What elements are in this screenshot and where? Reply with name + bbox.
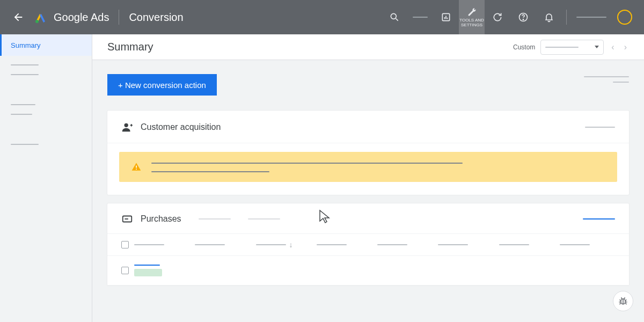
refresh-icon xyxy=(492,12,503,23)
svg-rect-11 xyxy=(136,169,137,170)
tools-settings-button[interactable]: TOOLS AND SETTINGS xyxy=(459,0,485,34)
refresh-button[interactable] xyxy=(485,0,510,34)
table-header-cell[interactable] xyxy=(195,244,250,245)
account-avatar[interactable] xyxy=(617,10,632,25)
chevron-down-icon xyxy=(595,46,599,48)
header-icons: TOOLS AND SETTINGS xyxy=(382,0,638,34)
warning-icon xyxy=(131,162,142,172)
sidebar-item-summary[interactable]: Summary xyxy=(0,34,92,56)
customer-acquisition-card: Customer acquisition xyxy=(107,111,629,195)
new-conversion-action-button[interactable]: + New conversion action xyxy=(107,74,217,96)
credit-card-icon xyxy=(121,213,133,225)
sidebar-placeholder[interactable] xyxy=(11,144,39,145)
svg-line-2 xyxy=(396,19,398,21)
sidebar-placeholder[interactable] xyxy=(11,64,39,65)
date-range-select[interactable] xyxy=(540,40,604,55)
sidebar-placeholder[interactable] xyxy=(11,104,35,105)
svg-point-1 xyxy=(391,13,396,19)
header-placeholder xyxy=(413,17,428,18)
svg-rect-10 xyxy=(136,166,137,168)
sidebar-item-label: Summary xyxy=(11,41,41,49)
purchases-card: Purchases ↓ xyxy=(107,203,629,286)
date-prev[interactable]: ‹ xyxy=(609,42,616,52)
date-next[interactable]: › xyxy=(622,42,629,52)
notifications-button[interactable] xyxy=(536,0,562,34)
table-header-cell[interactable] xyxy=(560,244,615,245)
summary-stats-placeholder xyxy=(584,74,629,83)
content: + New conversion action Customer acquisi… xyxy=(92,60,644,308)
table-header-cell[interactable] xyxy=(438,244,493,245)
card-title: Customer acquisition xyxy=(141,122,221,132)
table-header-row: ↓ xyxy=(107,233,629,256)
table-header-cell[interactable] xyxy=(134,244,189,245)
row-checkbox[interactable] xyxy=(121,267,129,274)
page-title: Summary xyxy=(107,41,153,53)
help-icon xyxy=(518,12,529,23)
bell-icon xyxy=(544,12,554,23)
chart-icon xyxy=(441,12,451,23)
action-row: + New conversion action xyxy=(107,74,629,96)
cell-link-placeholder[interactable] xyxy=(134,265,160,266)
card-header-link[interactable] xyxy=(583,218,615,219)
sidebar-placeholder[interactable] xyxy=(11,114,32,115)
alert-text xyxy=(151,162,605,172)
card-header-placeholder xyxy=(585,127,615,128)
report-bug-button[interactable] xyxy=(613,291,633,311)
sort-arrow-icon: ↓ xyxy=(289,240,293,249)
table-header-cell[interactable] xyxy=(317,244,372,245)
search-button[interactable] xyxy=(382,0,407,34)
card-header: Purchases xyxy=(107,203,629,233)
card-title: Purchases xyxy=(141,214,181,224)
date-range: Custom ‹ › xyxy=(513,40,629,55)
back-button[interactable] xyxy=(6,5,30,29)
header-section: Conversion xyxy=(129,11,183,24)
person-add-icon xyxy=(121,121,133,133)
new-action-label: + New conversion action xyxy=(118,80,206,90)
warning-alert xyxy=(119,152,617,182)
select-all-checkbox[interactable] xyxy=(121,241,129,248)
product-name: Google Ads xyxy=(54,11,109,24)
main-header: Summary Custom ‹ › xyxy=(92,34,644,60)
header-placeholder xyxy=(576,17,606,18)
divider xyxy=(119,10,119,25)
tools-label: TOOLS AND SETTINGS xyxy=(459,18,485,27)
svg-point-0 xyxy=(35,20,39,23)
reports-button[interactable] xyxy=(433,0,459,34)
table-header-cell[interactable] xyxy=(377,244,433,245)
table-header-cell[interactable] xyxy=(499,244,554,245)
table-header-cell[interactable]: ↓ xyxy=(256,240,311,249)
sidebar-placeholder[interactable] xyxy=(11,74,39,75)
card-header: Customer acquisition xyxy=(107,111,629,143)
status-chip xyxy=(134,269,162,276)
date-placeholder xyxy=(545,47,579,48)
table-row[interactable] xyxy=(107,256,629,286)
svg-point-9 xyxy=(125,123,128,127)
google-ads-logo-icon xyxy=(34,11,47,24)
logo: Google Ads xyxy=(34,11,109,24)
app-header: Google Ads Conversion TOOLS AND SETTINGS xyxy=(0,0,644,34)
body: Summary Summary Custom ‹ › xyxy=(0,34,644,322)
card-head-placeholder xyxy=(199,218,231,219)
arrow-left-icon xyxy=(12,11,24,23)
search-icon xyxy=(389,12,400,23)
date-range-label: Custom xyxy=(513,43,535,51)
help-button[interactable] xyxy=(510,0,536,34)
svg-point-8 xyxy=(523,19,523,20)
table-cell xyxy=(134,265,189,276)
wrench-icon xyxy=(467,7,477,17)
bug-icon xyxy=(618,296,628,306)
card-head-placeholder xyxy=(248,218,280,219)
main: Summary Custom ‹ › + New conversion acti… xyxy=(92,34,644,322)
sidebar: Summary xyxy=(0,34,92,322)
alert-container xyxy=(107,143,629,195)
divider xyxy=(566,10,567,25)
